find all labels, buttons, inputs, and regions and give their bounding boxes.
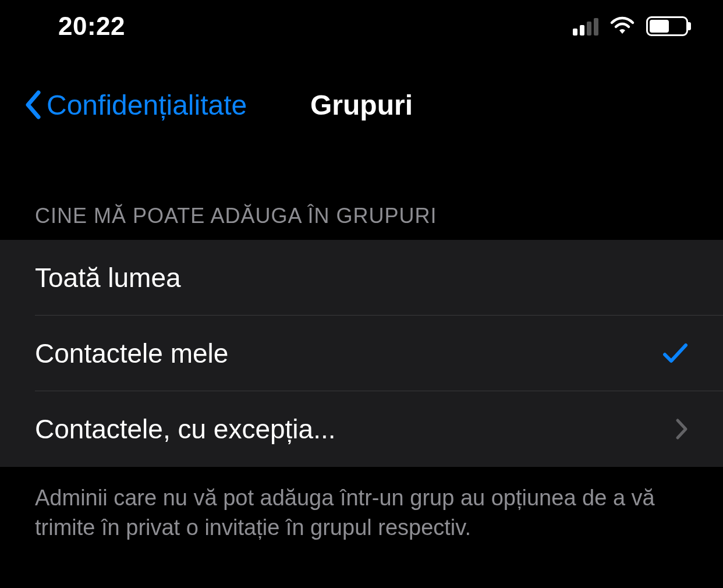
option-label: Contactele, cu excepția... (35, 413, 336, 445)
cellular-signal-icon (573, 17, 598, 36)
status-bar: 20:22 (0, 0, 723, 52)
option-label: Toată lumea (35, 262, 181, 293)
navigation-bar: Confidențialitate Grupuri (0, 64, 723, 146)
section-header: CINE MĂ POATE ADĂUGA ÎN GRUPURI (0, 146, 723, 240)
back-button[interactable]: Confidențialitate (23, 89, 247, 121)
option-my-contacts[interactable]: Contactele mele (0, 316, 723, 391)
option-everyone[interactable]: Toată lumea (0, 240, 723, 316)
option-label: Contactele mele (35, 338, 228, 369)
section-footer: Adminii care nu vă pot adăuga într-un gr… (0, 467, 723, 559)
option-contacts-except[interactable]: Contactele, cu excepția... (0, 391, 723, 467)
status-icons (573, 16, 688, 36)
page-title: Grupuri (310, 89, 413, 121)
wifi-icon (609, 16, 636, 36)
status-time: 20:22 (58, 12, 125, 41)
checkmark-icon (662, 342, 688, 365)
chevron-right-icon (675, 418, 688, 440)
back-label: Confidențialitate (47, 89, 247, 121)
options-list: Toată lumea Contactele mele Contactele, … (0, 240, 723, 467)
battery-icon (646, 16, 688, 36)
chevron-left-icon (23, 89, 42, 121)
